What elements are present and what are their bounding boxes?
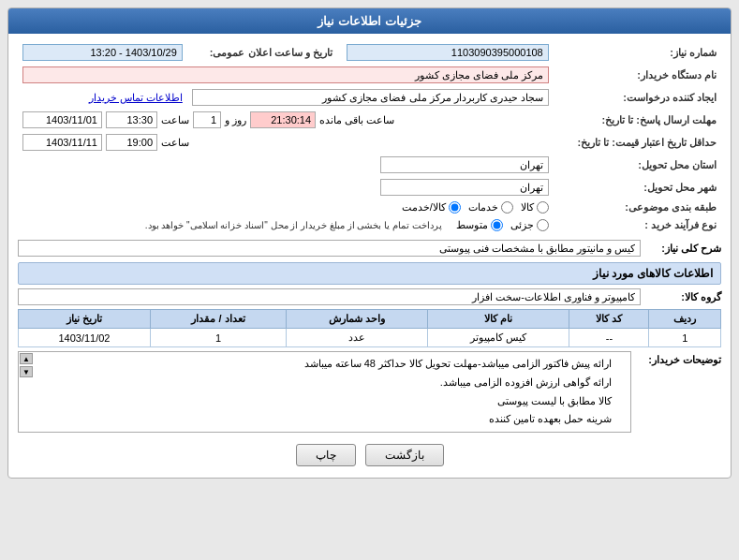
mohlat-saat-label: ساعت <box>161 114 189 126</box>
tarikh-elan-input[interactable] <box>22 44 183 61</box>
radio-khadamat[interactable]: خدمات <box>468 201 513 214</box>
cell-name: کیس کامپیوتر <box>428 329 569 347</box>
scroll-up-btn[interactable]: ▲ <box>20 353 33 364</box>
sherj-koli-label: شرح کلی نیاز: <box>646 243 721 255</box>
notes-line-2: ارائه گواهی ارزش افزوده الزامی میباشد. <box>23 374 612 392</box>
cell-tarikh: 1403/11/02 <box>19 329 151 347</box>
col-kod: کد کالا <box>569 310 649 329</box>
notes-line-3: کالا مطابق با لیست پیوستی <box>23 392 612 411</box>
mohlat-rooz-label: روز و <box>225 114 246 126</box>
group-kala-label: گروه کالا: <box>646 291 721 303</box>
tarikh-date <box>22 134 102 151</box>
mohlat-label: مهلت ارسال پاسخ: تا تاریخ: <box>554 109 721 131</box>
col-radif: ردیف <box>649 310 721 329</box>
bazgasht-button[interactable]: بازگشت <box>365 444 444 466</box>
items-table: ردیف کد کالا نام کالا واحد شمارش تعداد /… <box>18 309 721 347</box>
col-tedad: تعداد / مقدار <box>150 310 286 329</box>
tarikh-elan-label: تاریخ و ساعت اعلان عمومی: <box>187 41 342 64</box>
tarikh-saat <box>106 134 157 151</box>
tarikh-saat-label: ساعت <box>161 137 189 149</box>
table-row: 1 -- کیس کامپیوتر عدد 1 1403/11/02 <box>19 329 721 347</box>
kala-section-title: اطلاعات کالاهای مورد نیاز <box>18 262 721 285</box>
mohlat-remaining: ساعت باقی مانده <box>319 114 394 126</box>
notes-box: ارائه پیش فاکتور الزامی میباشد-مهلت تحوی… <box>18 351 631 433</box>
sherj-koli-input[interactable] <box>18 240 641 257</box>
radio-kala-khadamat[interactable]: کالا/خدمت <box>402 201 461 214</box>
shahr-label: شهر محل تحویل: <box>554 176 721 199</box>
radio-jozvi[interactable]: جزئی <box>510 219 549 231</box>
cell-tedad: 1 <box>150 329 286 347</box>
notes-line-4: شرینه حمل بعهده تامین کننده <box>23 410 612 429</box>
shomare-niaz-label: شماره نیاز: <box>554 41 721 64</box>
mohlat-countdown <box>250 111 316 128</box>
noe-notice: پرداخت تمام یا بخشی از مبلغ خریدار از مح… <box>145 220 442 230</box>
ijad-input[interactable] <box>192 89 549 106</box>
tabaqe-label: طبقه بندی موضوعی: <box>554 199 721 216</box>
ostan-input[interactable] <box>380 156 549 173</box>
nam-dastgah-label: نام دستگاه خریدار: <box>554 64 721 86</box>
ostan-label: استان محل تحویل: <box>554 154 721 176</box>
mohlat-date <box>22 111 102 128</box>
shomare-niaz-input[interactable] <box>347 44 549 61</box>
mohlat-saat <box>106 111 157 128</box>
notes-label: توضیحات خریدار: <box>637 351 721 366</box>
page-header: جزئیات اطلاعات نیاز <box>8 8 731 34</box>
cell-vahed: عدد <box>287 329 428 347</box>
shahr-input[interactable] <box>380 179 549 196</box>
button-row: بازگشت چاپ <box>18 440 721 470</box>
noe-label: نوع فرآیند خرید : <box>554 216 721 234</box>
group-kala-input[interactable] <box>18 288 641 305</box>
radio-motavaset[interactable]: متوسط <box>456 219 503 231</box>
notes-line-1: ارائه پیش فاکتور الزامی میباشد-مهلت تحوی… <box>23 355 612 374</box>
col-vahed: واحد شمارش <box>287 310 428 329</box>
mohlat-rooz <box>193 111 221 128</box>
col-tarikh: تاریخ نیاز <box>19 310 151 329</box>
col-name: نام کالا <box>428 310 569 329</box>
chap-button[interactable]: چاپ <box>296 444 356 466</box>
page-title: جزئیات اطلاعات نیاز <box>318 14 421 28</box>
ijad-label: ایجاد کننده درخواست: <box>554 86 721 109</box>
nam-dastgah-input[interactable] <box>22 66 549 83</box>
cell-radif: 1 <box>649 329 721 347</box>
tarikh-etebar-label: حداقل تاریخ اعتبار قیمت: تا تاریخ: <box>554 131 721 154</box>
radio-kala[interactable]: کالا <box>521 201 549 214</box>
cell-kod: -- <box>569 329 649 347</box>
scroll-down-btn[interactable]: ▼ <box>20 366 33 377</box>
contact-link[interactable]: اطلاعات تماس خریدار <box>89 92 183 103</box>
